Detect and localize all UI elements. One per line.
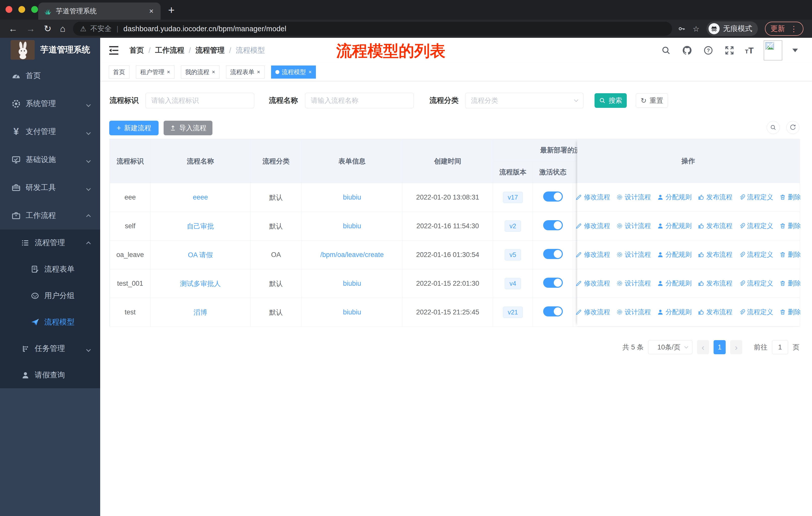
browser-tab[interactable]: 芋道管理系统 ×	[38, 2, 161, 20]
sidebar-item-task-mgmt[interactable]: 任务管理	[0, 335, 100, 362]
delete-link[interactable]: 删除	[779, 308, 801, 317]
form-info-link[interactable]: biubiu	[343, 280, 361, 287]
sidebar-item-system[interactable]: 系统管理	[0, 90, 100, 118]
delete-link[interactable]: 删除	[779, 193, 801, 201]
github-icon[interactable]	[682, 45, 693, 56]
font-size-icon[interactable]: TT	[745, 46, 754, 55]
publish-process-link[interactable]: 发布流程	[698, 308, 732, 317]
delete-link[interactable]: 删除	[779, 221, 801, 230]
tag-process-form[interactable]: 流程表单×	[226, 65, 265, 79]
sidebar-item-payment[interactable]: ¥ 支付管理	[0, 118, 100, 146]
form-info-link[interactable]: biubiu	[343, 193, 361, 201]
edit-process-link[interactable]: 修改流程	[575, 250, 610, 259]
tag-close-icon[interactable]: ×	[167, 69, 170, 75]
fullscreen-icon[interactable]	[724, 45, 735, 56]
active-toggle[interactable]	[543, 249, 563, 259]
create-process-button[interactable]: + 新建流程	[109, 121, 158, 135]
reload-icon[interactable]: ↻	[44, 24, 51, 33]
security-label[interactable]: 不安全	[90, 24, 112, 33]
process-name-link[interactable]: 滔博	[194, 309, 207, 316]
tag-my-process[interactable]: 我的流程×	[181, 65, 220, 79]
sidebar-item-process-form[interactable]: 流程表单	[0, 256, 100, 282]
tag-close-icon[interactable]: ×	[309, 69, 312, 75]
process-id-input[interactable]	[145, 93, 254, 108]
tag-process-model[interactable]: 流程模型×	[271, 65, 316, 79]
sidebar-item-workflow[interactable]: 工作流程	[0, 201, 100, 229]
sidebar-item-process-mgmt[interactable]: 流程管理	[0, 229, 100, 256]
goto-page-input[interactable]	[772, 340, 788, 354]
category-select[interactable]: 流程分类	[465, 93, 583, 108]
reset-button[interactable]: ↻ 重置	[636, 93, 668, 108]
forward-icon[interactable]: →	[26, 24, 35, 33]
sidebar-item-leave-query[interactable]: 请假查询	[0, 362, 100, 388]
url-text[interactable]: dashboard.yudao.iocoder.cn/bpm/manager/m…	[123, 25, 286, 33]
edit-process-link[interactable]: 修改流程	[575, 279, 610, 288]
import-process-button[interactable]: 导入流程	[164, 121, 212, 135]
browser-menu-icon[interactable]: ⋮	[790, 24, 798, 33]
version-badge[interactable]: v4	[505, 278, 521, 289]
next-page-button[interactable]: ›	[730, 340, 742, 354]
publish-process-link[interactable]: 发布流程	[698, 221, 732, 230]
current-page[interactable]: 1	[714, 340, 726, 354]
process-name-link[interactable]: 测试多审批人	[180, 280, 221, 288]
breadcrumb-workflow[interactable]: 工作流程	[155, 45, 184, 55]
edit-process-link[interactable]: 修改流程	[575, 221, 610, 230]
sidebar-item-process-model[interactable]: 流程模型	[0, 309, 100, 335]
avatar-caret-icon[interactable]	[792, 49, 798, 52]
avatar[interactable]	[764, 40, 782, 60]
minimize-window-button[interactable]	[18, 6, 25, 13]
tag-close-icon[interactable]: ×	[212, 69, 215, 75]
edit-process-link[interactable]: 修改流程	[575, 193, 610, 201]
version-badge[interactable]: v21	[503, 307, 523, 318]
search-button[interactable]: 搜索	[594, 93, 627, 108]
sidebar-item-user-group[interactable]: 用户分组	[0, 282, 100, 309]
show-search-button[interactable]	[767, 121, 780, 134]
process-definition-link[interactable]: 流程定义	[738, 221, 773, 230]
tag-tenant[interactable]: 租户管理×	[136, 65, 174, 79]
zoom-window-button[interactable]	[31, 6, 38, 13]
password-key-icon[interactable]	[677, 25, 686, 33]
form-info-link[interactable]: biubiu	[343, 222, 361, 230]
delete-link[interactable]: 删除	[779, 279, 801, 288]
sidebar-item-home[interactable]: 首页	[0, 62, 100, 90]
version-badge[interactable]: v2	[505, 220, 521, 232]
form-info-link[interactable]: biubiu	[343, 308, 361, 316]
assign-rule-link[interactable]: 分配规则	[657, 279, 692, 288]
active-toggle[interactable]	[543, 306, 563, 317]
publish-process-link[interactable]: 发布流程	[698, 193, 732, 201]
process-definition-link[interactable]: 流程定义	[738, 279, 773, 288]
bookmark-star-icon[interactable]: ☆	[693, 24, 699, 33]
prev-page-button[interactable]: ‹	[697, 340, 709, 354]
breadcrumb-home[interactable]: 首页	[129, 45, 144, 55]
version-badge[interactable]: v5	[505, 249, 521, 261]
back-icon[interactable]: ←	[8, 24, 18, 33]
form-info-link[interactable]: /bpm/oa/leave/create	[320, 251, 384, 259]
collapse-sidebar-icon[interactable]	[108, 45, 119, 55]
page-size-select[interactable]: 10条/页	[648, 340, 692, 354]
design-process-link[interactable]: 设计流程	[616, 250, 651, 259]
tag-close-icon[interactable]: ×	[257, 69, 260, 75]
delete-link[interactable]: 删除	[779, 250, 801, 259]
search-icon[interactable]	[661, 45, 671, 56]
close-window-button[interactable]	[5, 6, 12, 13]
process-name-input[interactable]	[305, 93, 414, 108]
process-name-link[interactable]: 自己审批	[187, 222, 214, 230]
breadcrumb-process-mgmt[interactable]: 流程管理	[195, 45, 225, 55]
assign-rule-link[interactable]: 分配规则	[657, 193, 692, 201]
tab-close-icon[interactable]: ×	[147, 7, 155, 16]
help-icon[interactable]: ?	[703, 45, 714, 56]
design-process-link[interactable]: 设计流程	[616, 279, 651, 288]
home-icon[interactable]: ⌂	[60, 24, 65, 33]
design-process-link[interactable]: 设计流程	[616, 193, 651, 201]
process-definition-link[interactable]: 流程定义	[738, 308, 773, 317]
tag-home[interactable]: 首页	[109, 65, 129, 79]
publish-process-link[interactable]: 发布流程	[698, 250, 732, 259]
assign-rule-link[interactable]: 分配规则	[657, 250, 692, 259]
design-process-link[interactable]: 设计流程	[616, 308, 651, 317]
assign-rule-link[interactable]: 分配规则	[657, 308, 692, 317]
process-name-link[interactable]: OA 请假	[188, 251, 213, 259]
update-browser-button[interactable]: 更新 ⋮	[765, 22, 804, 36]
process-name-link[interactable]: eeee	[193, 193, 208, 201]
active-toggle[interactable]	[543, 220, 563, 230]
process-definition-link[interactable]: 流程定义	[738, 193, 773, 201]
